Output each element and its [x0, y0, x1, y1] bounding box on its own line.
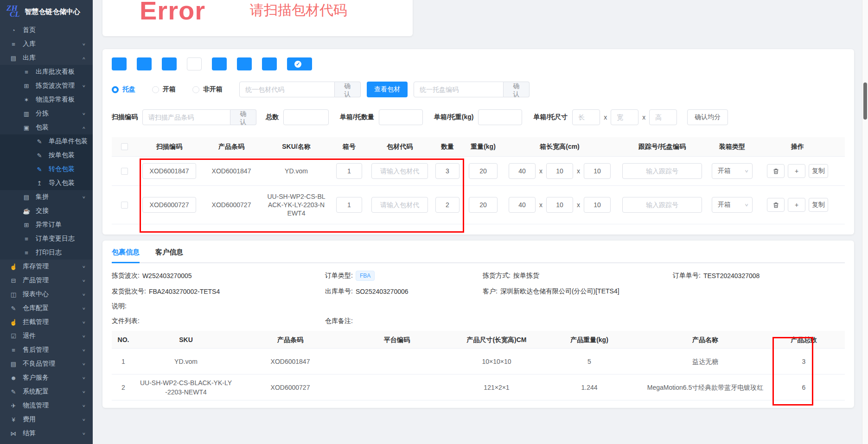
- sidebar-item-logistics-mgmt[interactable]: ✈物流管理∨: [0, 399, 93, 412]
- product-cell: [344, 359, 450, 364]
- sidebar-item-inbound[interactable]: ≡入库∨: [0, 37, 93, 51]
- box-no-input[interactable]: [336, 197, 362, 213]
- get-tracking-by-selected-button[interactable]: [162, 57, 177, 70]
- scan-code-value-input[interactable]: [142, 163, 196, 179]
- scrollbar-thumb[interactable]: [863, 82, 867, 120]
- radio-non-open-box[interactable]: 非开箱: [192, 85, 223, 94]
- weight-input[interactable]: [469, 163, 498, 179]
- page-scrollbar[interactable]: [862, 0, 868, 444]
- tracking-input[interactable]: [622, 197, 702, 213]
- row-checkbox[interactable]: [121, 168, 128, 175]
- qty-input[interactable]: [435, 197, 460, 213]
- sidebar-item-picking-wave-mgmt[interactable]: ⊞拣货波次管理∨: [0, 79, 93, 93]
- delete-row-button[interactable]: [767, 164, 785, 178]
- field-label: 文件列表:: [112, 317, 140, 325]
- tracking-input[interactable]: [622, 163, 702, 179]
- unified-material-input[interactable]: [239, 82, 335, 97]
- per-box-qty-input[interactable]: [379, 109, 423, 125]
- sidebar-item-packing[interactable]: ▣包装∧: [0, 121, 93, 134]
- confirm-split-button[interactable]: 确认均分: [687, 109, 728, 125]
- dims-cell: xx: [504, 197, 615, 213]
- load-prepack-info-button[interactable]: [112, 57, 127, 70]
- box-no-input[interactable]: [336, 163, 362, 179]
- pack-type-select[interactable]: 开箱∨: [712, 163, 753, 179]
- length-input[interactable]: [509, 197, 536, 213]
- sidebar-item-interception-mgmt[interactable]: ☝拦截管理∨: [0, 315, 93, 329]
- sidebar-item-defective-mgmt[interactable]: ▤不良品管理∨: [0, 357, 93, 371]
- size-width-input[interactable]: [611, 109, 638, 125]
- sidebar-item-settlement[interactable]: ⋈结算∨: [0, 426, 93, 440]
- weight-input[interactable]: [469, 197, 498, 213]
- sidebar-item-consolidation[interactable]: ▤集拼∨: [0, 190, 93, 204]
- copy-row-button[interactable]: 复制: [809, 198, 828, 212]
- tab-customer-info[interactable]: 客户信息: [155, 248, 183, 262]
- column-header: 数量: [433, 143, 462, 151]
- sidebar-item-home[interactable]: ◔首页: [0, 23, 93, 37]
- scan-code-value-input[interactable]: [142, 197, 196, 213]
- sidebar-item-order-change-log[interactable]: ≡订单变更日志: [0, 232, 93, 246]
- unified-material-confirm-button[interactable]: 确认: [335, 82, 361, 97]
- sidebar-item-sorting[interactable]: ▥分拣∨: [0, 107, 93, 121]
- tab-package-info[interactable]: 包裹信息: [112, 248, 140, 262]
- sidebar-item-single-item-packing[interactable]: ✎单品单件包装: [0, 134, 93, 148]
- size-height-input[interactable]: [649, 109, 677, 125]
- field-value: SO252403270006: [356, 288, 408, 295]
- sidebar-item-fees[interactable]: ¥费用∨: [0, 412, 93, 426]
- row-checkbox[interactable]: [121, 202, 128, 209]
- length-input[interactable]: [509, 163, 536, 179]
- sidebar-item-inventory-mgmt[interactable]: ☝库存管理∨: [0, 260, 93, 273]
- sidebar-item-report-center[interactable]: ◫报表中心∨: [0, 287, 93, 301]
- sidebar-item-warehouse-config[interactable]: ✎仓库配置∨: [0, 301, 93, 315]
- sidebar-item-abnormal-orders[interactable]: ⊞异常订单: [0, 218, 93, 232]
- field-label: 说明:: [112, 302, 127, 311]
- export-box-tracking-button[interactable]: [237, 57, 252, 70]
- sidebar-item-print-log[interactable]: ≡打印日志: [0, 246, 93, 260]
- unified-pallet-input[interactable]: [414, 82, 504, 97]
- radio-open-box[interactable]: 开箱: [152, 85, 176, 94]
- width-input[interactable]: [546, 197, 573, 213]
- sidebar-item-system-config[interactable]: ✎系统配置∨: [0, 385, 93, 399]
- product-table-header: NO.SKU产品条码平台编码产品尺寸(长宽高)CM产品重量(kg)产品名称产品总…: [112, 331, 845, 349]
- per-box-weight-input[interactable]: [478, 109, 522, 125]
- sidebar-item-customer-service[interactable]: ☻客户服务∨: [0, 371, 93, 385]
- sidebar-item-after-sales-mgmt[interactable]: ≡售后管理∨: [0, 343, 93, 357]
- column-header: 包材代码: [370, 143, 430, 151]
- total-input[interactable]: [283, 109, 329, 125]
- delete-row-button[interactable]: [767, 198, 785, 212]
- material-code-input[interactable]: [371, 197, 428, 213]
- save-box-data-button[interactable]: [262, 57, 277, 70]
- sidebar-item-logistics-exception-board[interactable]: ✶物流异常看板: [0, 93, 93, 107]
- size-length-input[interactable]: [572, 109, 600, 125]
- height-input[interactable]: [584, 163, 611, 179]
- pack-type-select[interactable]: 开箱∨: [712, 197, 753, 213]
- select-all-checkbox[interactable]: [121, 143, 128, 150]
- sidebar-item-handover[interactable]: ☕交接: [0, 204, 93, 218]
- sidebar-item-returns[interactable]: ☑退件∨: [0, 329, 93, 343]
- sidebar-item-product-mgmt[interactable]: ⊟产品管理∨: [0, 273, 93, 287]
- width-input[interactable]: [546, 163, 573, 179]
- view-material-button[interactable]: 查看包材: [367, 82, 408, 97]
- qty-input[interactable]: [435, 163, 460, 179]
- info-field-empty: [673, 302, 845, 311]
- print-label-button[interactable]: [212, 57, 227, 70]
- packing-table: 扫描编码产品条码SKU/名称箱号包材代码数量重量(kg)箱长宽高(cm)跟踪号/…: [112, 137, 845, 224]
- sidebar-item-order-packing[interactable]: ✎按单包装: [0, 148, 93, 162]
- add-row-button[interactable]: +: [788, 164, 805, 178]
- material-code-input[interactable]: [371, 163, 428, 179]
- import-packing-info-button[interactable]: [137, 57, 152, 70]
- add-row-button[interactable]: +: [788, 198, 805, 212]
- column-header: 箱号: [332, 143, 367, 151]
- sidebar-item-transfer-packing[interactable]: ✎转仓包装: [0, 162, 93, 176]
- scan-confirm-button[interactable]: 确认: [230, 109, 256, 125]
- sidebar-item-outbound-batch-board[interactable]: ≡出库批次看板: [0, 65, 93, 79]
- finish-packing-button[interactable]: ✓: [287, 57, 312, 70]
- radio-pallet[interactable]: 托盘: [112, 85, 135, 94]
- copy-row-button[interactable]: 复制: [809, 164, 828, 178]
- scan-code-input[interactable]: [142, 109, 230, 125]
- height-input[interactable]: [584, 197, 611, 213]
- report-icon: ◫: [9, 291, 18, 298]
- sidebar-item-import-packing[interactable]: ↥导入包装: [0, 176, 93, 190]
- sidebar-item-outbound[interactable]: ▤出库∧: [0, 51, 93, 65]
- unified-pallet-confirm-button[interactable]: 确认: [504, 82, 530, 97]
- set-printer-button[interactable]: [187, 57, 202, 70]
